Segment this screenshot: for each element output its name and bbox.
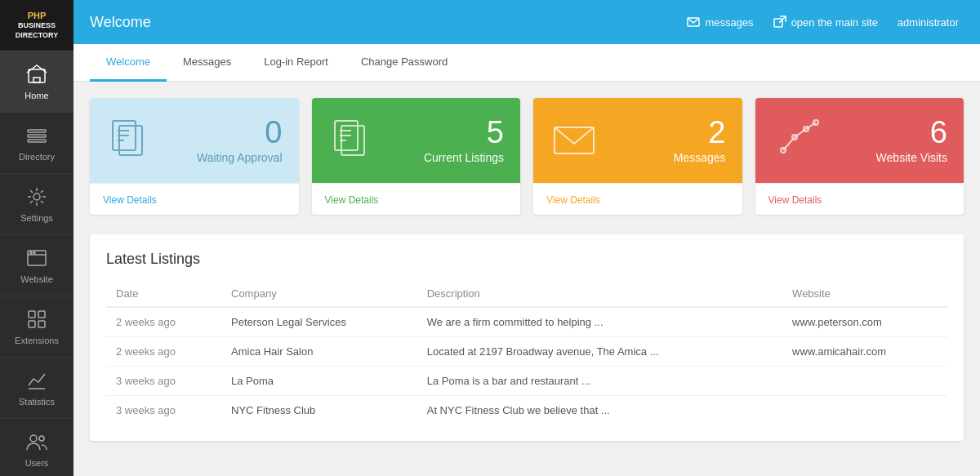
row-description: La Poma is a bar and restaurant ... xyxy=(417,367,782,396)
row-company: NYC Fitness Club xyxy=(221,396,417,425)
svg-rect-1 xyxy=(33,78,40,82)
card-website-visits-body: 6 Website Visits xyxy=(755,98,964,183)
col-description: Description xyxy=(417,281,782,307)
topbar-messages-label: messages xyxy=(705,16,753,29)
card-current-listings: 5 Current Listings View Details xyxy=(312,98,521,215)
sidebar: PHP BUSINESS DIRECTORY Home Directory Se… xyxy=(0,0,74,476)
table-row: 3 weeks ago La Poma La Poma is a bar and… xyxy=(106,367,947,396)
message-icon xyxy=(687,16,700,29)
tab-change-password[interactable]: Change Password xyxy=(345,44,464,82)
row-company: Amica Hair Salon xyxy=(221,337,417,367)
svg-point-5 xyxy=(33,194,40,200)
row-date: 3 weeks ago xyxy=(106,367,221,396)
messages-label: Messages xyxy=(674,151,726,164)
topbar-actions: messages open the main site administrato… xyxy=(687,16,964,29)
card-current-listings-footer: View Details xyxy=(312,183,521,215)
svg-point-15 xyxy=(30,435,37,442)
row-description: We are a firm committed to helping ... xyxy=(417,307,782,337)
sidebar-item-directory-label: Directory xyxy=(19,152,55,162)
svg-rect-0 xyxy=(29,69,45,82)
card-website-visits: 6 Website Visits View Details xyxy=(755,98,964,215)
row-description: At NYC Fitness Club we believe that ... xyxy=(417,396,782,425)
row-website: www.peterson.com xyxy=(782,307,947,337)
envelope-icon xyxy=(550,114,599,167)
logo-php: PHP xyxy=(7,10,67,21)
sidebar-item-directory[interactable]: Directory xyxy=(0,113,74,174)
table-row: 2 weeks ago Peterson Legal Services We a… xyxy=(106,307,947,337)
card-website-visits-footer: View Details xyxy=(755,183,964,215)
row-company: Peterson Legal Services xyxy=(221,307,417,337)
sidebar-item-home-label: Home xyxy=(24,91,48,100)
current-listings-link[interactable]: View Details xyxy=(325,194,379,206)
svg-rect-4 xyxy=(28,140,46,142)
topbar: Welcome messages open the main site admi… xyxy=(74,0,980,44)
sidebar-item-website[interactable]: Website xyxy=(0,235,74,296)
sidebar-item-settings-label: Settings xyxy=(20,213,53,223)
sidebar-item-home[interactable]: Home xyxy=(0,51,74,113)
sidebar-item-users[interactable]: Users xyxy=(0,419,74,476)
svg-rect-3 xyxy=(28,135,46,137)
sidebar-item-statistics-label: Statistics xyxy=(19,397,55,407)
card-website-visits-info: 6 Website Visits xyxy=(876,117,947,164)
sidebar-item-website-label: Website xyxy=(20,274,53,284)
messages-count: 2 xyxy=(674,117,726,148)
latest-listings-section: Latest Listings Date Company Description… xyxy=(90,234,964,441)
sidebar-item-settings[interactable]: Settings xyxy=(0,174,74,235)
documents-icon-blue xyxy=(106,114,155,167)
row-company: La Poma xyxy=(221,367,417,396)
sidebar-item-extensions[interactable]: Extensions xyxy=(0,296,74,358)
card-waiting-approval: 0 Waiting Approval View Details xyxy=(90,98,299,215)
card-current-listings-info: 5 Current Listings xyxy=(424,117,504,164)
website-visits-link[interactable]: View Details xyxy=(768,194,822,206)
external-link-icon xyxy=(773,16,786,29)
logo-biz: BUSINESS xyxy=(7,21,67,31)
topbar-admin-menu[interactable]: administrator xyxy=(898,16,964,29)
listings-table: Date Company Description Website 2 weeks… xyxy=(106,281,947,425)
sidebar-logo[interactable]: PHP BUSINESS DIRECTORY xyxy=(0,0,74,51)
tabs: Welcome Messages Log-in Report Change Pa… xyxy=(74,44,980,82)
col-company: Company xyxy=(221,281,417,307)
tab-welcome[interactable]: Welcome xyxy=(90,44,167,82)
topbar-admin-label: administrator xyxy=(898,16,959,29)
tab-messages[interactable]: Messages xyxy=(167,44,247,82)
waiting-approval-count: 0 xyxy=(197,117,283,148)
svg-rect-13 xyxy=(38,321,45,327)
card-messages-body: 2 Messages xyxy=(533,98,742,183)
directory-icon xyxy=(25,124,48,147)
topbar-messages-link[interactable]: messages xyxy=(687,16,753,29)
topbar-open-site-label: open the main site xyxy=(791,16,878,29)
sidebar-item-users-label: Users xyxy=(25,458,49,468)
topbar-open-site-link[interactable]: open the main site xyxy=(773,16,878,29)
chart-icon xyxy=(772,114,821,167)
messages-link[interactable]: View Details xyxy=(546,194,600,206)
website-icon xyxy=(25,247,48,269)
table-row: 3 weeks ago NYC Fitness Club At NYC Fitn… xyxy=(106,396,947,425)
content-area: Welcome Messages Log-in Report Change Pa… xyxy=(74,44,980,476)
svg-point-9 xyxy=(33,251,35,253)
card-current-listings-body: 5 Current Listings xyxy=(312,98,521,183)
row-website: www.amicahair.com xyxy=(782,337,947,367)
row-website xyxy=(782,367,947,396)
card-waiting-approval-body: 0 Waiting Approval xyxy=(90,98,299,183)
logo-dir: DIRECTORY xyxy=(7,31,67,41)
sidebar-item-extensions-label: Extensions xyxy=(15,336,59,345)
card-waiting-approval-info: 0 Waiting Approval xyxy=(197,117,283,164)
card-messages-info: 2 Messages xyxy=(674,117,726,164)
row-date: 2 weeks ago xyxy=(106,307,221,337)
main-content: Welcome messages open the main site admi… xyxy=(74,0,980,476)
row-website xyxy=(782,396,947,425)
col-date: Date xyxy=(106,281,221,307)
current-listings-count: 5 xyxy=(424,117,504,148)
website-visits-count: 6 xyxy=(876,117,947,148)
sidebar-item-statistics[interactable]: Statistics xyxy=(0,358,74,419)
row-date: 3 weeks ago xyxy=(106,396,221,425)
latest-listings-title: Latest Listings xyxy=(106,251,947,268)
home-icon xyxy=(25,63,48,86)
card-waiting-approval-footer: View Details xyxy=(90,183,299,215)
svg-point-16 xyxy=(39,436,44,441)
settings-icon xyxy=(25,185,48,208)
col-website: Website xyxy=(782,281,947,307)
svg-rect-11 xyxy=(38,311,45,318)
tab-login-report[interactable]: Log-in Report xyxy=(247,44,345,82)
waiting-approval-link[interactable]: View Details xyxy=(103,194,157,206)
